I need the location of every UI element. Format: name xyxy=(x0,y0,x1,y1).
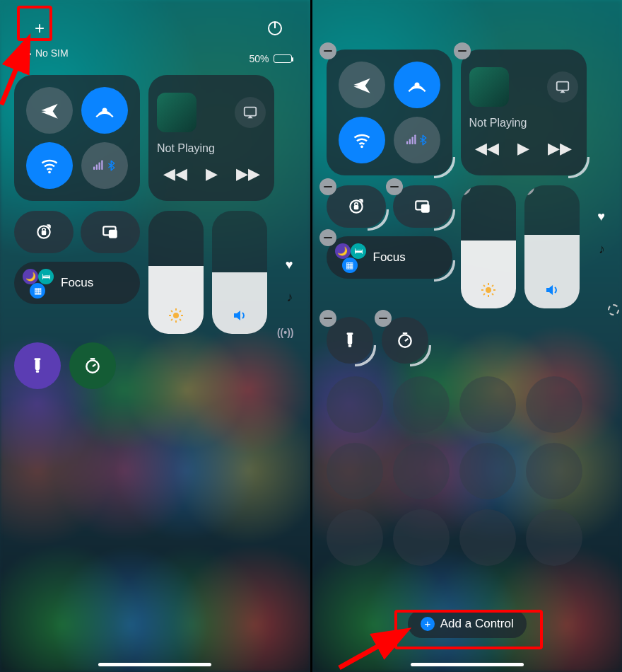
flashlight-icon[interactable] xyxy=(14,342,61,389)
empty-slot[interactable] xyxy=(327,509,383,566)
heart-icon: ♥ xyxy=(286,257,293,272)
timer-icon[interactable] xyxy=(382,317,428,364)
focus-button[interactable]: 🌙🛏▦ Focus xyxy=(327,236,452,279)
remove-icon[interactable] xyxy=(375,310,392,327)
music-note-icon: ♪ xyxy=(287,290,293,305)
wifi-icon xyxy=(18,59,73,70)
airplane-icon[interactable] xyxy=(339,62,385,108)
empty-slot[interactable] xyxy=(393,376,450,433)
remove-icon[interactable] xyxy=(524,185,534,195)
battery-icon xyxy=(274,54,292,63)
add-controls-button[interactable]: + xyxy=(28,17,51,40)
carrier-label: No SIM xyxy=(35,47,69,59)
remove-icon[interactable] xyxy=(461,185,471,195)
remove-icon[interactable] xyxy=(319,310,336,327)
media-artwork xyxy=(157,93,196,132)
flashlight-icon[interactable] xyxy=(327,317,373,364)
remove-icon[interactable] xyxy=(454,42,471,59)
orientation-lock-icon[interactable] xyxy=(14,211,74,253)
remove-icon[interactable] xyxy=(319,229,336,246)
power-icon[interactable] xyxy=(266,20,283,37)
wifi-icon[interactable] xyxy=(26,142,73,189)
empty-slot[interactable] xyxy=(327,443,383,499)
focus-button[interactable]: 🌙🛏▦ Focus xyxy=(14,262,140,304)
home-indicator[interactable] xyxy=(98,663,211,666)
add-control-label: Add a Control xyxy=(440,617,514,631)
control-center-normal: + No SIM 50% xyxy=(0,0,310,672)
resize-handle-icon[interactable] xyxy=(368,209,389,231)
resize-handle-icon[interactable] xyxy=(434,157,455,178)
volume-slider[interactable] xyxy=(212,211,267,334)
battery-text: 50% xyxy=(249,53,269,64)
cellular-bluetooth-icon[interactable] xyxy=(81,142,128,189)
sun-icon xyxy=(480,282,497,299)
empty-slot-grid xyxy=(327,376,609,566)
remove-icon[interactable] xyxy=(386,178,403,195)
empty-slot[interactable] xyxy=(459,443,516,499)
connectivity-module[interactable] xyxy=(14,75,140,201)
resize-handle-icon[interactable] xyxy=(355,345,376,366)
media-prev-icon[interactable]: ◀◀ xyxy=(163,165,187,183)
media-play-icon[interactable]: ▶ xyxy=(206,165,218,183)
wifi-icon[interactable] xyxy=(339,117,385,163)
resize-handle-icon[interactable] xyxy=(568,157,589,178)
cellular-bluetooth-icon[interactable] xyxy=(394,117,440,163)
sun-icon xyxy=(168,307,184,324)
control-center-edit-mode: Not Playing ◀◀ ▶ ▶▶ xyxy=(310,0,623,672)
empty-slot[interactable] xyxy=(459,376,516,433)
media-play-icon[interactable]: ▶ xyxy=(517,139,529,158)
empty-slot[interactable] xyxy=(526,376,582,433)
media-artwork xyxy=(469,67,509,107)
empty-slot[interactable] xyxy=(526,509,582,566)
status-bar: No SIM 50% xyxy=(14,45,296,75)
media-next-icon[interactable]: ▶▶ xyxy=(236,165,260,183)
focus-label: Focus xyxy=(373,250,406,265)
remove-icon[interactable] xyxy=(319,178,336,195)
volume-slider[interactable] xyxy=(524,185,580,308)
airplay-icon[interactable] xyxy=(235,97,266,128)
hotspot-icon: ((•)) xyxy=(277,327,294,338)
empty-slot[interactable] xyxy=(393,443,450,499)
resize-handle-icon[interactable] xyxy=(434,260,455,282)
resize-handle-icon[interactable] xyxy=(434,209,455,231)
timer-icon[interactable] xyxy=(69,342,116,389)
page-indicator-icon xyxy=(608,304,619,315)
brightness-slider[interactable] xyxy=(461,185,516,308)
brightness-slider[interactable] xyxy=(148,211,204,334)
media-next-icon[interactable]: ▶▶ xyxy=(548,139,572,158)
plus-icon: + xyxy=(421,617,435,631)
airplay-icon[interactable] xyxy=(547,71,578,103)
music-note-icon: ♪ xyxy=(599,242,605,257)
screen-mirroring-icon[interactable] xyxy=(81,211,140,253)
empty-slot[interactable] xyxy=(393,509,450,566)
media-prev-icon[interactable]: ◀◀ xyxy=(475,139,499,158)
airdrop-icon[interactable] xyxy=(81,87,128,134)
media-module[interactable]: Not Playing ◀◀ ▶ ▶▶ xyxy=(461,50,587,175)
airplane-icon[interactable] xyxy=(26,87,73,134)
media-title: Not Playing xyxy=(469,117,578,129)
orientation-lock-icon[interactable] xyxy=(327,185,386,228)
screen-mirroring-icon[interactable] xyxy=(393,185,452,228)
airdrop-icon[interactable] xyxy=(394,62,440,108)
media-module[interactable]: Not Playing ◀◀ ▶ ▶▶ xyxy=(148,75,274,201)
volume-icon xyxy=(544,282,561,299)
home-indicator[interactable] xyxy=(411,663,524,666)
resize-handle-icon[interactable] xyxy=(410,345,431,366)
empty-slot[interactable] xyxy=(459,509,516,566)
add-control-button[interactable]: + Add a Control xyxy=(408,610,527,638)
empty-slot[interactable] xyxy=(327,376,383,433)
media-title: Not Playing xyxy=(157,142,266,155)
connectivity-module[interactable] xyxy=(327,50,452,175)
empty-slot[interactable] xyxy=(526,443,582,499)
remove-icon[interactable] xyxy=(319,42,336,59)
volume-icon xyxy=(231,307,248,324)
focus-label: Focus xyxy=(61,276,93,290)
heart-icon: ♥ xyxy=(597,209,605,224)
